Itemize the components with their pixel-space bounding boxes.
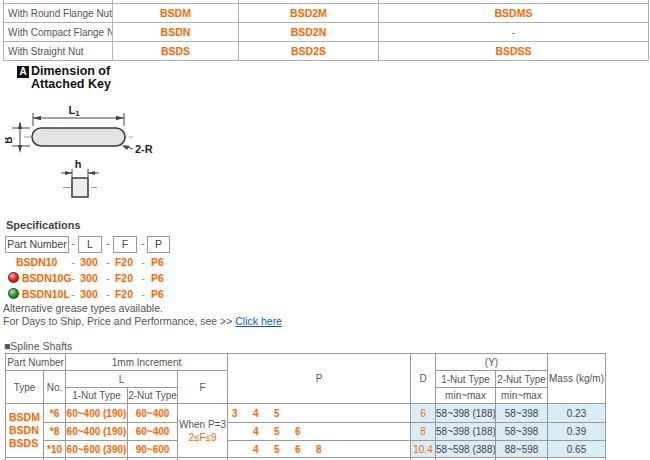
p-values-cell: 345 bbox=[228, 404, 411, 423]
table-row: *8 60~400 (190) 60~400 456 8 58~398 (188… bbox=[6, 423, 606, 441]
dimension-h: h bbox=[61, 158, 99, 177]
header-f: F bbox=[178, 371, 228, 404]
svg-text:h: h bbox=[75, 158, 82, 170]
f-value: F20 bbox=[113, 288, 135, 300]
example-part-number: BSDN10 - 300 - F20 - P6 bbox=[0, 256, 220, 270]
specifications-heading: Specifications bbox=[6, 219, 81, 231]
p-value: P6 bbox=[147, 272, 168, 284]
length-value: 300 bbox=[78, 256, 100, 268]
table-row: *10 60~600 (390) 90~600 4568 10.4 58~598… bbox=[6, 441, 606, 458]
builder-separator: - bbox=[69, 237, 77, 249]
header-mass: Mass (kg/m) bbox=[548, 354, 606, 404]
no-cell: *10 bbox=[44, 441, 66, 458]
l-1nut-cell: 60~400 (190) bbox=[66, 423, 128, 441]
key-technical-drawing: L1 B 2-R h bbox=[5, 100, 165, 205]
builder-f-box: F bbox=[113, 236, 137, 253]
length-value: 300 bbox=[78, 272, 100, 284]
green-grease-ball-icon bbox=[8, 288, 19, 299]
header-y-nut2: 2-Nut Type bbox=[496, 371, 548, 388]
example-part-number: BSDN10L - 300 - F20 - P6 bbox=[0, 288, 220, 302]
mass-cell: 0.39 bbox=[548, 423, 606, 441]
p-value: P6 bbox=[147, 288, 168, 300]
ship-note: For Days to Ship, Price and Performance,… bbox=[3, 315, 282, 327]
header-l-nut2: 2-Nut Type bbox=[128, 388, 178, 404]
grease-note: Alternative grease types available. bbox=[3, 302, 163, 314]
d-cell: 6 bbox=[411, 404, 436, 423]
part-code: BSD2N bbox=[239, 23, 379, 42]
part-code: BSDMS bbox=[379, 4, 649, 23]
part-code: BSDSS bbox=[379, 42, 649, 61]
y-1nut-cell: 58~398 (188) bbox=[436, 404, 496, 423]
y-1nut-cell: 58~598 (388) bbox=[436, 441, 496, 458]
key-cross-section bbox=[72, 178, 88, 197]
builder-p-box: P bbox=[147, 236, 170, 253]
l-2nut-cell: 60~400 bbox=[128, 423, 178, 441]
header-p: P bbox=[228, 354, 411, 404]
part-code-none: - bbox=[379, 23, 649, 42]
nut-type-table: With Round Flange Nut BSDM BSD2M BSDMS W… bbox=[3, 0, 649, 61]
header-y: (Y) bbox=[436, 354, 548, 371]
p-values-cell: 4568 bbox=[228, 441, 411, 458]
row-label: With Round Flange Nut bbox=[4, 4, 113, 23]
click-here-link[interactable]: Click here bbox=[235, 315, 282, 327]
part-code: BSD2S bbox=[239, 42, 379, 61]
d-cell: 8 bbox=[411, 423, 436, 441]
row-label: With Straight Nut bbox=[4, 42, 113, 61]
length-value: 300 bbox=[78, 288, 100, 300]
header-increment: 1mm Increment bbox=[66, 354, 228, 371]
type-code: BSDN bbox=[9, 424, 43, 437]
key-body bbox=[32, 128, 125, 146]
y-1nut-cell: 58~398 (188) bbox=[436, 423, 496, 441]
f-value: F20 bbox=[113, 256, 135, 268]
catalog-page: With Round Flange Nut BSDM BSD2M BSDMS W… bbox=[0, 0, 650, 460]
f-note-line1: When P=3 bbox=[178, 418, 227, 431]
section-title-line2: Attached Key bbox=[31, 77, 111, 91]
spline-shafts-section-title: ■Spline Shafts bbox=[4, 340, 72, 352]
l-1nut-cell: 60~600 (390) bbox=[66, 441, 128, 458]
row-label: With Compact Flange Nut bbox=[4, 23, 113, 42]
p-value: P6 bbox=[147, 256, 168, 268]
part-number: BSDN10G bbox=[22, 272, 72, 284]
part-code: BSDN bbox=[113, 23, 239, 42]
p-values-cell: 456 bbox=[228, 423, 411, 441]
mass-cell: 0.23 bbox=[548, 404, 606, 423]
no-cell: *8 bbox=[44, 423, 66, 441]
part-code: BSDM bbox=[113, 4, 239, 23]
table-row: With Compact Flange Nut BSDN BSD2N - bbox=[4, 23, 649, 42]
builder-separator: - bbox=[104, 237, 112, 249]
spline-shafts-table: Part Number 1mm Increment P D (Y) Mass (… bbox=[5, 353, 606, 460]
header-l: L bbox=[66, 371, 178, 388]
y-2nut-cell: 58~398 bbox=[496, 404, 548, 423]
y-2nut-cell: 58~398 bbox=[496, 423, 548, 441]
svg-text:2-R: 2-R bbox=[135, 143, 153, 155]
type-group-cell: BSDM BSDN BSDS bbox=[6, 404, 44, 458]
type-code: BSDS bbox=[9, 437, 43, 450]
header-d: D bbox=[411, 354, 436, 404]
svg-text:L1: L1 bbox=[68, 104, 80, 118]
l-2nut-cell: 60~400 bbox=[128, 404, 178, 423]
no-cell: *6 bbox=[44, 404, 66, 423]
header-y-nut1: 1-Nut Type bbox=[436, 371, 496, 388]
y-2nut-cell: 88~598 bbox=[496, 441, 548, 458]
table-row: With Straight Nut BSDS BSD2S BSDSS bbox=[4, 42, 649, 61]
part-number: BSDN10L bbox=[22, 288, 70, 300]
header-type: Type bbox=[6, 371, 44, 404]
red-grease-ball-icon bbox=[8, 272, 19, 283]
part-code: BSD2M bbox=[239, 4, 379, 23]
header-row-1: Part Number 1mm Increment P D (Y) Mass (… bbox=[6, 354, 606, 371]
builder-part-number-box: Part Number bbox=[5, 236, 69, 253]
type-code: BSDM bbox=[9, 411, 43, 424]
part-number: BSDN10 bbox=[16, 256, 57, 268]
header-minmax: min~max bbox=[496, 388, 548, 404]
section-title-line1: Dimension of bbox=[31, 64, 110, 78]
l-2nut-cell: 90~600 bbox=[128, 441, 178, 458]
section-a-badge: A bbox=[17, 66, 29, 78]
header-part-number: Part Number bbox=[6, 354, 66, 371]
table-row: With Round Flange Nut BSDM BSD2M BSDMS bbox=[4, 4, 649, 23]
f-note-line2: 2≤F≤9 bbox=[178, 431, 227, 444]
f-value: F20 bbox=[113, 272, 135, 284]
header-no: No. bbox=[44, 371, 66, 404]
part-code: BSDS bbox=[113, 42, 239, 61]
ship-note-text: For Days to Ship, Price and Performance,… bbox=[3, 315, 232, 327]
dimension-l1: L1 bbox=[33, 104, 124, 126]
